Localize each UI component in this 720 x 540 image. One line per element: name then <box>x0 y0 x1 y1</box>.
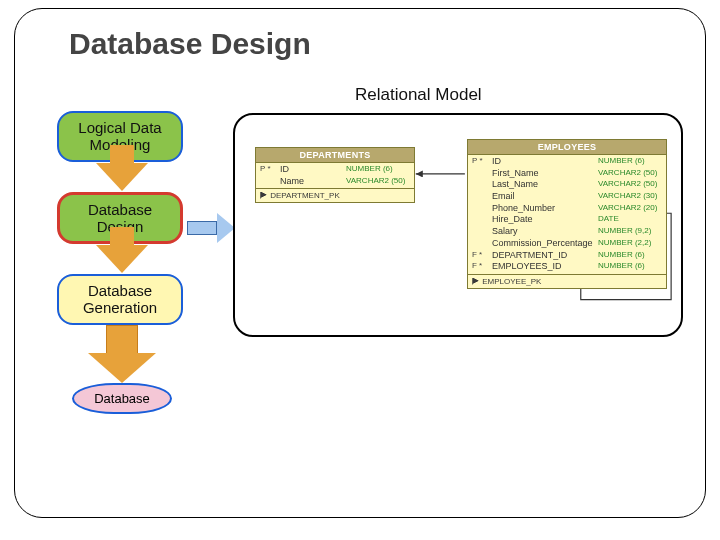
col-type: NUMBER (6) <box>598 156 662 168</box>
table-row: P * ID NUMBER (6) <box>468 156 666 168</box>
arrow-down-icon <box>96 245 148 273</box>
big-arrow-down-icon <box>92 325 152 381</box>
table-header: EMPLOYEES <box>468 140 666 155</box>
table-row: First_Name VARCHAR2 (50) <box>468 168 666 180</box>
relational-model-panel: DEPARTMENTS P * ID NUMBER (6) Name VARCH… <box>233 113 683 337</box>
col-flags <box>472 191 492 203</box>
table-row: Last_Name VARCHAR2 (50) <box>468 179 666 191</box>
col-name: DEPARTMENT_ID <box>492 250 598 262</box>
col-type: DATE <box>598 214 662 226</box>
table-row: F * DEPARTMENT_ID NUMBER (6) <box>468 250 666 262</box>
stage-database-generation: Database Generation <box>57 274 183 325</box>
table-row: Name VARCHAR2 (50) <box>256 176 414 188</box>
col-name: Name <box>280 176 346 188</box>
col-flags: P * <box>472 156 492 168</box>
slide-frame: Database Design Relational Model Logical… <box>14 8 706 518</box>
table-body: P * ID NUMBER (6) First_Name VARCHAR2 (5… <box>468 155 666 274</box>
database-node: Database <box>72 383 172 414</box>
col-flags <box>472 214 492 226</box>
col-type: VARCHAR2 (20) <box>598 203 662 215</box>
table-row: Salary NUMBER (9,2) <box>468 226 666 238</box>
col-type: VARCHAR2 (30) <box>598 191 662 203</box>
col-flags: F * <box>472 250 492 262</box>
col-type: VARCHAR2 (50) <box>598 179 662 191</box>
col-name: First_Name <box>492 168 598 180</box>
col-name: ID <box>280 164 346 176</box>
page-title: Database Design <box>69 27 685 61</box>
table-pk: ⯈ EMPLOYEE_PK <box>468 274 666 288</box>
table-row: Email VARCHAR2 (30) <box>468 191 666 203</box>
col-type: NUMBER (6) <box>598 261 662 273</box>
col-flags <box>472 179 492 191</box>
col-flags <box>472 226 492 238</box>
col-flags <box>472 203 492 215</box>
table-header: DEPARTMENTS <box>256 148 414 163</box>
col-flags <box>260 176 280 188</box>
col-type: VARCHAR2 (50) <box>346 176 410 188</box>
table-row: F * EMPLOYEES_ID NUMBER (6) <box>468 261 666 273</box>
col-type: NUMBER (6) <box>346 164 410 176</box>
table-row: Hire_Date DATE <box>468 214 666 226</box>
col-flags: P * <box>260 164 280 176</box>
col-type: VARCHAR2 (50) <box>598 168 662 180</box>
col-name: Phone_Number <box>492 203 598 215</box>
lead-arrow-icon <box>187 215 237 241</box>
subtitle: Relational Model <box>355 85 482 105</box>
col-name: Hire_Date <box>492 214 598 226</box>
arrow-down-icon <box>96 163 148 191</box>
col-name: Email <box>492 191 598 203</box>
col-flags <box>472 168 492 180</box>
table-body: P * ID NUMBER (6) Name VARCHAR2 (50) <box>256 163 414 188</box>
col-flags: F * <box>472 261 492 273</box>
col-type: NUMBER (6) <box>598 250 662 262</box>
table-employees: EMPLOYEES P * ID NUMBER (6) First_Name V… <box>467 139 667 289</box>
table-row: Phone_Number VARCHAR2 (20) <box>468 203 666 215</box>
col-name: Last_Name <box>492 179 598 191</box>
table-row: P * ID NUMBER (6) <box>256 164 414 176</box>
table-pk: ⯈ DEPARTMENT_PK <box>256 188 414 202</box>
col-flags <box>472 238 492 250</box>
col-type: NUMBER (9,2) <box>598 226 662 238</box>
table-row: Commission_Percentage NUMBER (2,2) <box>468 238 666 250</box>
col-name: Commission_Percentage <box>492 238 598 250</box>
col-name: ID <box>492 156 598 168</box>
col-name: EMPLOYEES_ID <box>492 261 598 273</box>
table-departments: DEPARTMENTS P * ID NUMBER (6) Name VARCH… <box>255 147 415 203</box>
col-type: NUMBER (2,2) <box>598 238 662 250</box>
workflow-column: Logical Data Modeling Database Design Da… <box>57 111 187 414</box>
col-name: Salary <box>492 226 598 238</box>
